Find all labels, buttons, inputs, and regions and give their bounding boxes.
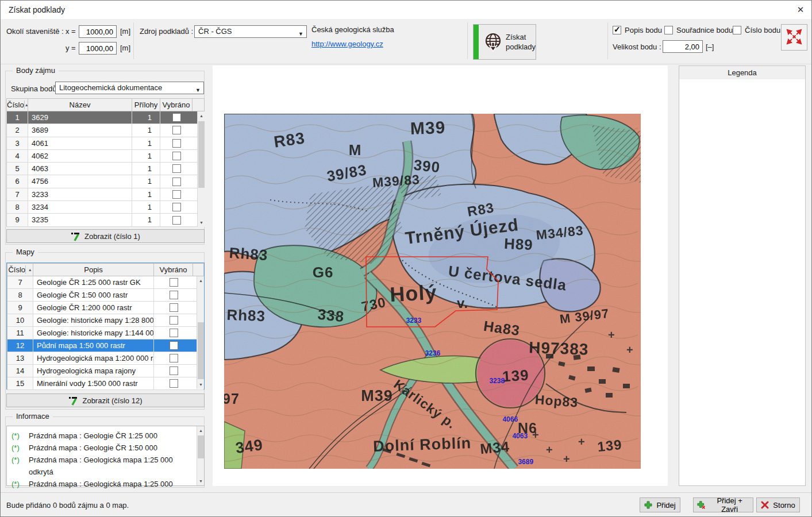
point-group-select[interactable]: Litogeochemická dokumentace ▼ bbox=[55, 82, 204, 94]
row-checkbox[interactable] bbox=[172, 152, 181, 160]
maps-table-row[interactable]: 14Hydrogeologická mapa rajony bbox=[7, 365, 203, 377]
row-checkbox[interactable] bbox=[170, 291, 178, 299]
checkbox-point-description[interactable]: Popis bodu bbox=[613, 26, 662, 34]
scroll-down-icon[interactable]: ▼ bbox=[197, 380, 205, 389]
svg-text:139: 139 bbox=[502, 366, 529, 385]
checkbox-point-number[interactable]: Číslo bodu bbox=[733, 26, 780, 34]
row-attachments: 1 bbox=[132, 163, 160, 175]
maps-table-row[interactable]: 8Geologie ČR 1:50 000 rastr bbox=[7, 289, 203, 302]
row-attachments: 1 bbox=[132, 188, 160, 200]
row-attachments: 1 bbox=[132, 137, 160, 149]
points-table-row[interactable]: 440621 bbox=[7, 150, 204, 163]
points-table-row[interactable]: 540631 bbox=[7, 163, 204, 175]
checkbox-point-coordinates[interactable]: Souřadnice bodu bbox=[664, 26, 733, 34]
row-checkbox[interactable] bbox=[170, 379, 178, 388]
maps-table-row[interactable]: 15Minerální vody 1:500 000 rastr bbox=[7, 377, 203, 390]
row-attachments: 1 bbox=[132, 175, 160, 187]
row-checkbox[interactable] bbox=[172, 178, 181, 186]
maps-table-row[interactable]: 10Geologie: historické mapy 1:28 800 ras bbox=[7, 314, 203, 327]
y-input[interactable] bbox=[79, 42, 117, 55]
points-table-row[interactable]: 136291 bbox=[7, 111, 204, 124]
svg-text:4063: 4063 bbox=[513, 432, 528, 440]
scroll-up-icon[interactable]: ▲ bbox=[197, 426, 205, 435]
scroll-up-icon[interactable]: ▲ bbox=[197, 276, 205, 285]
cancel-button[interactable]: Storno bbox=[756, 497, 800, 512]
info-scrollbar[interactable]: ▲ ▼ bbox=[197, 426, 204, 485]
info-items: (*)Prázdná mapa : Geologie ČR 1:25 000(*… bbox=[7, 426, 204, 502]
maps-table-header[interactable]: Číslo ▲ Popis Vybráno bbox=[7, 263, 204, 276]
maps-table-row[interactable]: 13Hydrogeologická mapa 1:200 000 rast bbox=[7, 352, 203, 365]
row-description: Geologie ČR 1:25 000 rastr GK bbox=[33, 276, 154, 288]
row-checkbox[interactable] bbox=[170, 303, 178, 312]
show-map-button-label: Zobrazit (číslo 12) bbox=[82, 396, 142, 405]
source-select[interactable]: ČR - ČGS ▼ bbox=[194, 25, 307, 38]
geological-map[interactable]: +++ +++ M39R83M39/83M39/83390R83M34/83Tr… bbox=[224, 114, 641, 469]
y-unit: [m] bbox=[120, 44, 130, 52]
get-basemaps-button[interactable]: Získat podklady bbox=[473, 24, 536, 60]
row-number: 12 bbox=[7, 339, 33, 352]
add-button[interactable]: Přidej bbox=[640, 497, 680, 512]
zoom-extents-button[interactable] bbox=[781, 24, 807, 51]
point-size-input[interactable] bbox=[663, 40, 703, 53]
maps-table-scrollbar[interactable]: ▲ ▼ bbox=[197, 276, 204, 389]
row-checkbox[interactable] bbox=[172, 164, 181, 173]
source-provider-link[interactable]: http://www.geology.cz bbox=[311, 40, 383, 48]
x-input[interactable] bbox=[79, 25, 117, 38]
scrollbar-thumb[interactable] bbox=[198, 121, 205, 188]
get-button-label-line2: podklady bbox=[506, 43, 536, 51]
points-table-row[interactable]: 932351 bbox=[7, 214, 204, 226]
cross-icon bbox=[761, 501, 769, 509]
svg-text:M39: M39 bbox=[361, 387, 393, 404]
row-checkbox[interactable] bbox=[172, 216, 181, 225]
x-label: x = bbox=[66, 27, 76, 36]
row-checkbox[interactable] bbox=[172, 126, 181, 134]
checkbox-box[interactable] bbox=[664, 26, 673, 34]
points-table-row[interactable]: 732331 bbox=[7, 188, 204, 201]
scroll-down-icon[interactable]: ▼ bbox=[198, 218, 205, 227]
points-table-row[interactable]: 236891 bbox=[7, 124, 204, 137]
scroll-up-icon[interactable]: ▲ bbox=[198, 111, 205, 120]
svg-text:G6: G6 bbox=[313, 264, 334, 281]
row-checkbox[interactable] bbox=[170, 278, 178, 287]
row-name: 4061 bbox=[28, 137, 132, 149]
scrollbar-thumb[interactable] bbox=[198, 435, 204, 458]
maps-table-row[interactable]: 9Geologie ČR 1:200 000 rastr bbox=[7, 302, 203, 314]
point-group-select-value: Litogeochemická dokumentace bbox=[59, 83, 162, 92]
show-map-button[interactable]: Zobrazit (číslo 12) bbox=[6, 393, 205, 407]
point-size-label: Velikost bodu : bbox=[613, 43, 661, 51]
points-table-row[interactable]: 647561 bbox=[7, 175, 204, 188]
row-checkbox[interactable] bbox=[172, 203, 181, 211]
row-checkbox[interactable] bbox=[170, 341, 178, 350]
points-table-scrollbar[interactable]: ▲ ▼ bbox=[197, 111, 205, 227]
row-checkbox[interactable] bbox=[170, 366, 178, 375]
info-group-title: Informace bbox=[13, 412, 53, 420]
points-table-row[interactable]: 340611 bbox=[7, 137, 204, 150]
add-and-close-button[interactable]: Přidej + Zavři bbox=[693, 497, 753, 512]
row-number: 7 bbox=[7, 188, 28, 200]
maps-table-row[interactable]: 12Půdní mapa 1:50 000 rastr bbox=[7, 339, 203, 352]
points-table-row[interactable]: 832341 bbox=[7, 201, 204, 214]
row-checkbox[interactable] bbox=[170, 329, 178, 337]
row-checkbox[interactable] bbox=[170, 354, 178, 362]
svg-text:Rh83: Rh83 bbox=[229, 244, 269, 264]
maps-table-row[interactable]: 7Geologie ČR 1:25 000 rastr GK bbox=[7, 276, 203, 289]
svg-text:4066: 4066 bbox=[503, 415, 518, 423]
row-checkbox[interactable] bbox=[172, 190, 181, 199]
row-checkbox[interactable] bbox=[172, 139, 181, 148]
svg-text:Holý: Holý bbox=[389, 280, 437, 306]
row-checkbox[interactable] bbox=[172, 113, 181, 122]
maps-table: Číslo ▲ Popis Vybráno 7Geologie ČR 1:25 … bbox=[6, 263, 205, 389]
checkbox-box[interactable] bbox=[613, 26, 621, 34]
row-description: Půdní mapa 1:50 000 rastr bbox=[33, 339, 154, 352]
row-checkbox[interactable] bbox=[170, 316, 178, 325]
maps-table-row[interactable]: 11Geologie: historické mapy 1:144 000 (t bbox=[7, 327, 203, 339]
show-icon bbox=[68, 396, 78, 406]
scrollbar-thumb[interactable] bbox=[198, 322, 204, 379]
scroll-down-icon[interactable]: ▼ bbox=[197, 477, 205, 485]
show-point-button[interactable]: Zobrazit (číslo 1) bbox=[6, 229, 205, 243]
map-canvas[interactable]: +++ +++ M39R83M39/83M39/83390R83M34/83Tr… bbox=[213, 65, 668, 486]
checkbox-box[interactable] bbox=[733, 26, 741, 34]
points-table-header[interactable]: Číslo▲ Název Přílohy Vybráno bbox=[6, 98, 205, 111]
close-icon[interactable]: ✕ bbox=[793, 3, 808, 17]
divider bbox=[133, 22, 134, 59]
